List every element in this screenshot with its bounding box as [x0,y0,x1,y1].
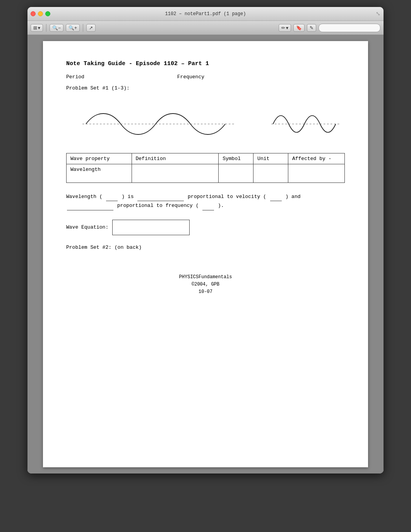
window-title: 1102 – notePart1.pdf (1 page) [165,11,246,17]
share-button[interactable]: ↗ [86,24,96,32]
wave-diagram-large [66,107,252,141]
col-header-wave-property: Wave property [67,153,132,164]
toolbar-right: ✏ ▾ 🔖 ✎ [279,24,380,32]
wave-equation-row: Wave Equation: [66,220,345,235]
table-header-row: Wave property Definition Symbol Unit Aff… [67,153,345,164]
cell-definition [132,164,219,183]
sidebar-icon: ⊞ [33,25,37,31]
sidebar-toggle-button[interactable]: ⊞ ▾ [31,24,43,32]
proportional-text: Wavelength ( ) is proportional to veloci… [66,192,345,210]
toolbar: ⊞ ▾ 🔍− 🔍+ ↗ ✏ ▾ 🔖 ✎ [27,21,384,35]
period-freq-row: Period Frequency [66,74,345,80]
minimize-button[interactable] [38,11,43,16]
wave-diagram-small [267,107,345,141]
wave-equation-box[interactable] [112,220,190,235]
proportional-line2-end: proportional to frequency ( ). [117,203,224,208]
page-icon: 🔖 [296,25,302,31]
zoom-in-icon: 🔍+ [68,25,77,31]
problem-set-1-label: Problem Set #1 (1-3): [66,85,345,91]
col-header-unit: Unit [253,153,288,164]
page-title: Note Taking Guide - Episode 1102 – Part … [66,60,345,67]
footer: PHYSICSFundamentals ©2004, GPB 10-07 [66,274,345,296]
page-button[interactable]: 🔖 [293,24,305,32]
proportional-line1-end: proportional to velocity ( ) and [188,194,300,200]
wave-equation-label: Wave Equation: [66,224,108,230]
application-window: 1102 – notePart1.pdf (1 page) ⤡ ⊞ ▾ 🔍− 🔍… [27,7,384,473]
blank-proportional-2 [67,210,113,210]
toolbar-separator-2 [83,24,83,32]
col-header-symbol: Symbol [219,153,253,164]
col-header-affected-by: Affected by - [288,153,344,164]
pdf-page: Note Taking Guide - Episode 1102 – Part … [43,41,368,467]
problem-set-2-label: Problem Set #2: (on back) [66,244,345,250]
annotate-button[interactable]: ✏ ▾ [279,24,291,32]
zoom-out-button[interactable]: 🔍− [50,24,63,32]
pdf-container: Note Taking Guide - Episode 1102 – Part … [27,35,384,473]
toolbar-separator [46,24,46,32]
footer-line1: PHYSICSFundamentals [66,274,345,281]
period-label: Period [66,74,84,80]
footer-line2: ©2004, GPB [66,281,345,288]
resize-icon: ⤡ [376,10,380,17]
table-row: Wavelength [67,164,345,183]
blank-velocity [270,201,282,201]
markup-button[interactable]: ✎ [307,24,316,32]
traffic-lights [31,11,50,16]
blank-proportional-1 [137,201,184,201]
blank-frequency [202,210,214,210]
cell-symbol [219,164,253,183]
annotate-arrow-icon: ▾ [286,25,288,31]
zoom-out-icon: 🔍− [52,25,61,31]
maximize-button[interactable] [45,11,50,16]
blank-wavelength [106,201,118,201]
footer-line3: 10-07 [66,288,345,296]
share-icon: ↗ [89,25,93,31]
proportional-line1-start: Wavelength ( ) is [66,194,137,200]
search-input[interactable] [319,24,380,32]
zoom-in-button[interactable]: 🔍+ [66,24,80,32]
markup-icon: ✎ [310,25,313,31]
pen-icon: ✏ [281,25,285,31]
cell-affected-by [288,164,344,183]
wave-properties-table: Wave property Definition Symbol Unit Aff… [66,153,345,183]
cell-wavelength: Wavelength [67,164,132,183]
frequency-label: Frequency [177,74,204,80]
titlebar: 1102 – notePart1.pdf (1 page) ⤡ [27,7,384,21]
wave-diagrams [66,107,345,141]
cell-unit [253,164,288,183]
close-button[interactable] [31,11,36,16]
sidebar-arrow-icon: ▾ [38,25,40,31]
col-header-definition: Definition [132,153,219,164]
